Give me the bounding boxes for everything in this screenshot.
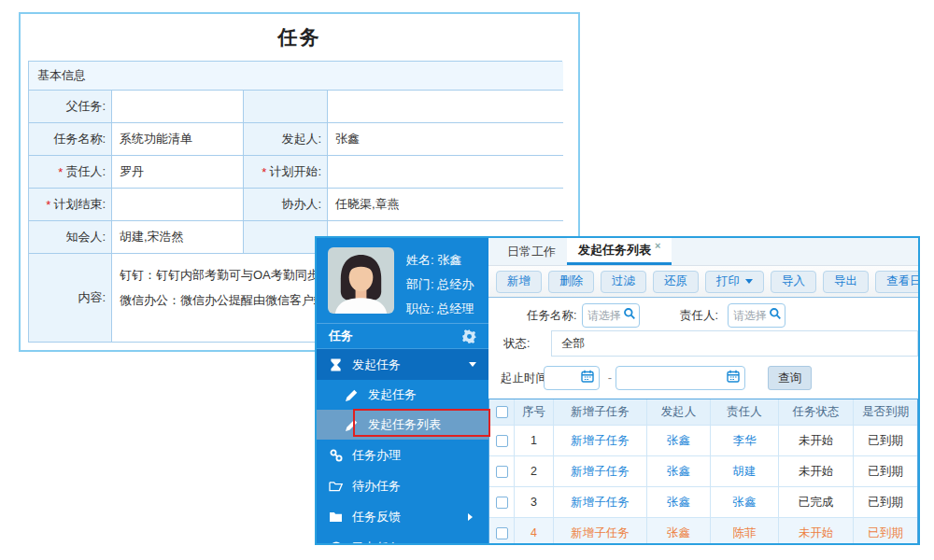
chevron-down-icon: [745, 279, 753, 287]
close-icon[interactable]: ×: [655, 240, 660, 251]
row-checkbox[interactable]: [496, 466, 508, 478]
date-to-input[interactable]: [616, 366, 745, 390]
row-checkbox[interactable]: [496, 497, 508, 509]
table-row-highlighted: 4 新增子任务 张鑫 陈菲 未开始 已到期: [489, 518, 917, 543]
profile-info: 姓名: 张鑫 部门: 总经办 职位: 总经理: [406, 247, 474, 314]
initiator-link[interactable]: 张鑫: [667, 525, 690, 541]
form-value-plan-end: [112, 189, 244, 221]
initiator-cell: 张鑫: [647, 487, 711, 517]
column-header-seq: 序号: [515, 399, 554, 425]
row-select-cell: [489, 518, 515, 543]
delete-button[interactable]: 删除: [548, 271, 594, 293]
import-button[interactable]: 导入: [771, 271, 816, 293]
hourglass-icon: [329, 357, 343, 371]
owner-link[interactable]: 胡建: [733, 464, 757, 480]
sidebar-item-label: 发起任务列表: [368, 416, 441, 433]
initiator-cell: 张鑫: [647, 518, 711, 543]
owner-link[interactable]: 李华: [733, 433, 757, 449]
required-asterisk: *: [58, 165, 63, 179]
table-row: 1 新增子任务 张鑫 李华 未开始 已到期: [489, 426, 917, 456]
form-label-parent-task: 父任务:: [29, 91, 112, 123]
query-button[interactable]: 查询: [768, 366, 812, 390]
subtask-cell: 新增子任务: [554, 426, 647, 455]
chain-link-icon: [329, 448, 343, 462]
date-from-input[interactable]: [544, 366, 600, 390]
column-header-initiator: 发起人: [647, 399, 711, 425]
owner-link[interactable]: 张鑫: [733, 495, 757, 511]
owner-cell: 胡建: [711, 456, 779, 486]
add-subtask-link[interactable]: 新增子任务: [571, 495, 630, 511]
tab-initiated-task-list[interactable]: 发起任务列表 ×: [567, 238, 672, 265]
form-label-initiator: 发起人:: [244, 123, 328, 156]
add-subtask-link[interactable]: 新增子任务: [571, 433, 630, 449]
task-list-window: 姓名: 张鑫 部门: 总经办 职位: 总经理 任务 发起任务: [315, 236, 920, 545]
avatar: [328, 247, 394, 314]
form-section-header: 基本信息: [29, 62, 563, 91]
initiator-cell: 张鑫: [647, 426, 711, 455]
due-cell: 已到期: [854, 518, 917, 543]
sidebar-item-task-handling[interactable]: 任务办理: [317, 440, 488, 470]
folder-icon: [329, 510, 343, 524]
status-select[interactable]: 全部: [551, 330, 918, 357]
sidebar-item-todo-tasks[interactable]: 待办任务: [317, 470, 488, 501]
calendar-icon[interactable]: [727, 370, 740, 386]
add-subtask-link[interactable]: 新增子任务: [571, 464, 630, 480]
sidebar-item-label: 待办任务: [352, 478, 401, 495]
task-table: 序号 新增子任务 发起人 责任人 任务状态 是否到期 1 新增子任务 张鑫 李华…: [488, 399, 918, 543]
sidebar-item-label: 发起任务: [352, 357, 401, 373]
folder-open-icon: [329, 479, 343, 493]
sidebar-item-initiated-task-list[interactable]: 发起任务列表: [317, 410, 488, 440]
due-cell: 已到期: [854, 456, 917, 486]
sidebar-item-initiate-task-parent[interactable]: 发起任务: [317, 349, 488, 380]
search-icon[interactable]: [769, 307, 782, 324]
select-all-cell: [489, 399, 515, 425]
status-cell: 未开始: [779, 518, 854, 543]
form-label-owner: *责任人:: [29, 156, 112, 189]
add-button[interactable]: 新增: [496, 271, 542, 293]
placeholder-text: 请选择: [587, 308, 623, 324]
row-select-cell: [489, 456, 515, 486]
calendar-icon[interactable]: [581, 370, 594, 386]
sidebar-item-done-tasks[interactable]: 已办任务: [317, 532, 488, 543]
restore-button[interactable]: 还原: [653, 271, 699, 293]
export-button[interactable]: 导出: [823, 271, 869, 293]
row-select-cell: [489, 487, 515, 517]
status-cell: 已完成: [779, 487, 854, 517]
owner-select[interactable]: 请选择: [728, 303, 785, 328]
initiator-link[interactable]: 张鑫: [667, 495, 690, 511]
due-cell: 已到期: [854, 426, 917, 455]
initiator-link[interactable]: 张鑫: [667, 464, 690, 480]
form-value-notified: 胡建,宋浩然: [112, 221, 244, 254]
avatar-portrait: [328, 247, 394, 314]
form-label-notified: 知会人:: [29, 221, 112, 254]
owner-cell: 张鑫: [711, 487, 779, 517]
date-separator: -: [605, 366, 615, 390]
sidebar-item-initiate-task[interactable]: 发起任务: [317, 380, 488, 410]
row-checkbox[interactable]: [496, 435, 508, 447]
subtask-cell: 新增子任务: [554, 487, 647, 517]
gear-icon[interactable]: [462, 329, 476, 343]
status-cell: 未开始: [779, 426, 854, 455]
row-checkbox[interactable]: [496, 527, 508, 539]
form-value-initiator: 张鑫: [328, 123, 563, 156]
form-value-parent-task: [112, 91, 244, 123]
main-content: 日常工作 发起任务列表 × 新增 删除 过滤 还原 打印 导入 导出 查看日志 …: [488, 238, 918, 543]
filter-button[interactable]: 过滤: [601, 271, 646, 293]
initiator-link[interactable]: 张鑫: [667, 433, 690, 449]
view-log-button[interactable]: 查看日志: [875, 271, 918, 293]
status-cell: 未开始: [779, 456, 854, 486]
owner-link[interactable]: 陈菲: [733, 525, 757, 541]
sidebar-item-task-feedback[interactable]: 任务反馈: [317, 501, 488, 532]
search-icon[interactable]: [623, 307, 636, 324]
task-name-select[interactable]: 请选择: [582, 303, 640, 328]
toolbar: 新增 删除 过滤 还原 打印 导入 导出 查看日志: [488, 266, 918, 298]
seq-cell: 2: [515, 456, 554, 486]
check-circle-icon: [329, 540, 343, 543]
tab-daily-work[interactable]: 日常工作: [496, 238, 567, 265]
add-subtask-link[interactable]: 新增子任务: [571, 525, 630, 541]
select-all-checkbox[interactable]: [496, 406, 508, 418]
seq-cell: 1: [515, 426, 554, 455]
form-value-assistant: 任晓渠,章燕: [328, 189, 563, 221]
print-button[interactable]: 打印: [705, 271, 764, 293]
owner-cell: 李华: [711, 426, 779, 455]
